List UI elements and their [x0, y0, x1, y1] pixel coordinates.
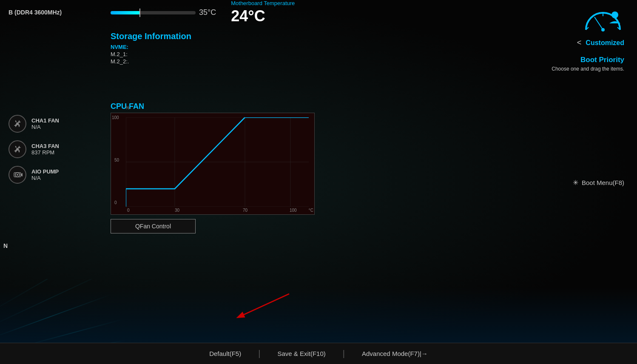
- x-axis-unit: °C: [309, 208, 313, 213]
- nvme-label: NVME:: [111, 44, 501, 50]
- boot-priority-section: Boot Priority Choose one and drag the it…: [552, 56, 628, 72]
- storage-title: Storage Information: [111, 31, 501, 41]
- svg-point-6: [16, 122, 19, 125]
- n-label: N: [3, 242, 8, 249]
- boot-menu-label: Boot Menu(F8): [582, 179, 624, 186]
- chevron-left-icon: <: [577, 38, 582, 47]
- fans-panel: CHA1 FAN N/A: [9, 102, 102, 184]
- advanced-mode-button[interactable]: Advanced Mode(F7)|→: [345, 350, 445, 357]
- cha3-fan-icon: [9, 140, 26, 158]
- cpu-temp-row: 35°C Motherboard Temperature 24°C: [111, 0, 501, 25]
- x-tick-30: 30: [175, 208, 179, 213]
- list-item: CHA3 FAN 837 RPM: [9, 140, 102, 158]
- aio-pump-speed: N/A: [31, 175, 59, 181]
- aio-pump-info: AIO PUMP N/A: [31, 168, 59, 181]
- cha1-fan-icon: [9, 115, 26, 133]
- ram-info-panel: B (DDR4 3600MHz): [9, 0, 94, 16]
- snowflake-icon: ✳: [573, 179, 578, 187]
- qfan-control-button[interactable]: QFan Control: [111, 219, 196, 233]
- cha1-fan-info: CHA1 FAN N/A: [31, 117, 59, 130]
- x-tick-0: 0: [127, 208, 130, 213]
- right-panel: < Customized Boot Priority Choose one an…: [518, 0, 628, 72]
- cha1-fan-speed: N/A: [31, 124, 59, 130]
- chart-wrapper: % 100 50 0 0 30 70 100 °C: [111, 113, 319, 233]
- cha3-fan-name: CHA3 FAN: [31, 143, 59, 149]
- list-item: AIO PUMP N/A: [9, 166, 102, 184]
- bottom-bar: Default(F5) | Save & Exit(F10) | Advance…: [0, 343, 637, 364]
- aio-pump-name: AIO PUMP: [31, 168, 59, 175]
- boot-priority-title: Boot Priority: [552, 56, 624, 64]
- customized-label: Customized: [586, 39, 624, 47]
- gauge-area: [518, 0, 628, 34]
- cpu-temp-bar: [111, 11, 196, 14]
- svg-point-5: [611, 11, 618, 18]
- aio-pump-icon: [9, 166, 26, 184]
- cpu-fan-title: CPU FAN: [111, 102, 509, 111]
- x-tick-100: 100: [290, 208, 297, 213]
- cpu-temp-value: 35°C: [199, 8, 216, 17]
- default-button[interactable]: Default(F5): [192, 350, 258, 357]
- cpu-temp-bar-container: 35°C: [111, 8, 218, 17]
- m2-2-label: M.2_2:.: [111, 58, 501, 65]
- customized-row[interactable]: < Customized: [577, 38, 628, 47]
- temp-indicator: [139, 9, 140, 17]
- list-item: CHA1 FAN N/A: [9, 115, 102, 133]
- fan-curve-svg: [126, 117, 309, 207]
- mobo-temp-container: Motherboard Temperature 24°C: [231, 0, 295, 25]
- right-bottom-panel: ✳ Boot Menu(F8): [518, 102, 628, 187]
- cpu-fan-chart-area: CPU FAN % 100 50 0 0 30 70 100 °C: [102, 102, 518, 233]
- cpu-temp-bar-fill: [111, 11, 140, 14]
- mobo-temp-value: 24°C: [231, 7, 265, 25]
- fan-chart: 100 50 0 0 30 70 100 °C: [111, 113, 315, 215]
- ram-label: B (DDR4 3600MHz): [9, 9, 62, 16]
- svg-point-7: [16, 148, 19, 151]
- mobo-temp-label: Motherboard Temperature: [231, 0, 295, 6]
- m2-1-label: M.2_1:: [111, 51, 501, 57]
- cha3-fan-info: CHA3 FAN 837 RPM: [31, 143, 59, 156]
- red-arrow-annotation: [213, 290, 298, 324]
- y-tick-50: 50: [114, 158, 119, 162]
- boot-menu-button[interactable]: ✳ Boot Menu(F8): [573, 179, 624, 187]
- storage-section: Storage Information NVME: M.2_1: M.2_2:.: [111, 31, 501, 65]
- y-tick-0: 0: [114, 200, 117, 205]
- svg-point-4: [601, 28, 605, 31]
- gauge-icon: [582, 4, 624, 34]
- middle-area: CHA1 FAN N/A: [0, 102, 637, 233]
- svg-line-3: [594, 17, 603, 30]
- svg-point-9: [17, 174, 18, 176]
- y-tick-100: 100: [112, 115, 119, 120]
- save-exit-button[interactable]: Save & Exit(F10): [260, 350, 342, 357]
- y-axis-label: %: [125, 105, 130, 110]
- cha1-fan-name: CHA1 FAN: [31, 117, 59, 124]
- boot-priority-description: Choose one and drag the items.: [552, 66, 624, 72]
- svg-line-20: [238, 294, 289, 317]
- cha3-fan-speed: 837 RPM: [31, 149, 59, 156]
- x-tick-70: 70: [243, 208, 247, 213]
- center-top-panel: 35°C Motherboard Temperature 24°C Storag…: [94, 0, 518, 65]
